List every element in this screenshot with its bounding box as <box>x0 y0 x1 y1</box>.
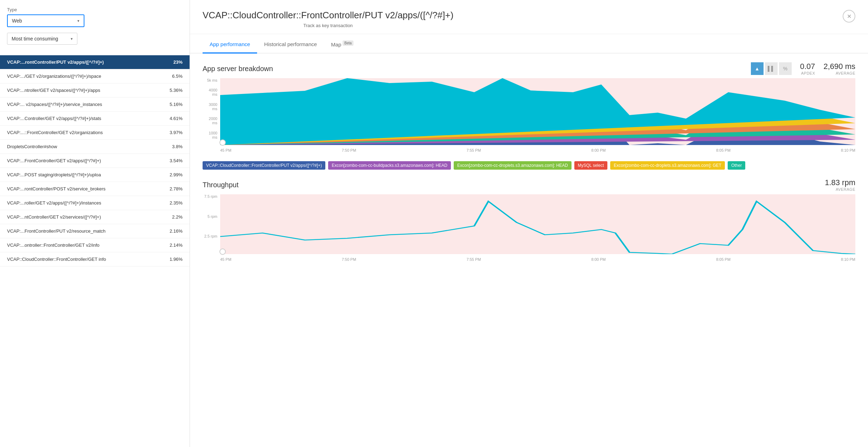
tab-map[interactable]: MapBeta <box>324 37 360 53</box>
tx-pct: 2.78% <box>170 186 183 191</box>
legend-item: Excon[zombo-com-cc-droplets.s3.amazonaws… <box>454 161 572 170</box>
legend-item: Other <box>728 161 745 170</box>
transaction-item[interactable]: VCAP:...ntroller/GET v2/spaces/([^/?#]+)… <box>0 83 190 97</box>
tx-pct: 2.35% <box>170 200 183 206</box>
tx-name: VCAP:...FrontController/GET v2/apps/([^/… <box>7 158 166 163</box>
transaction-item[interactable]: VCAP:...POST staging/droplets/([^/?#]+)/… <box>0 168 190 182</box>
type-select[interactable]: Web ▾ <box>7 14 84 27</box>
throughput-chart: 7.5 rpm5 rpm2.5 rpm 45 PM7:50 PM7:55 PM8… <box>203 194 855 265</box>
transaction-item[interactable]: VCAP:...FrontController/PUT v2/resource_… <box>0 224 190 238</box>
tx-name: VCAP:...FrontController/PUT v2/resource_… <box>7 228 166 234</box>
transaction-item[interactable]: DropletsController#show3.8% <box>0 140 190 154</box>
legend: VCAP::CloudController::FrontController/P… <box>203 161 855 170</box>
transaction-list: VCAP:...rontController/PUT v2/apps/([^/?… <box>0 55 190 266</box>
chart-area-icon[interactable]: ▲ <box>751 62 764 75</box>
tx-name: VCAP::CloudController::FrontController/G… <box>7 257 166 262</box>
average-value: 2,690 ms <box>824 62 856 71</box>
x-axis-label: 8:00 PM <box>591 148 606 152</box>
throughput-svg <box>220 194 855 254</box>
legend-item: Excon[zombo-com-cc-droplets.s3.amazonaws… <box>610 161 725 170</box>
x-axis: 45 PM7:50 PM7:55 PM8:00 PM8:05 PM8:10 PM <box>220 145 855 156</box>
average-block: 2,690 ms AVERAGE <box>824 62 856 75</box>
tx-name: VCAP:...roller/GET v2/apps/([^/?#]+)/ins… <box>7 200 166 206</box>
transaction-item[interactable]: VCAP:...ntController/GET v2/services/([^… <box>0 210 190 224</box>
throughput-metric: 1.83 rpm AVERAGE <box>825 178 855 191</box>
tx-pct: 5.16% <box>170 102 183 107</box>
transaction-item[interactable]: VCAP::CloudController::FrontController/G… <box>0 252 190 266</box>
y-axis-label: 1000 ms <box>203 131 219 139</box>
y-axis-label: 3000 ms <box>203 102 219 111</box>
transaction-item[interactable]: VCAP:... v2/spaces/([^/?#]+)/service_ins… <box>0 97 190 112</box>
apdex-value: 0.07 <box>800 62 815 71</box>
content-area: App server breakdown ▲ ▌▌ % 0.07 APDEX 2… <box>190 53 868 447</box>
throughput-x-label: 8:00 PM <box>591 257 606 262</box>
tx-pct: 2.16% <box>170 228 183 234</box>
transaction-item[interactable]: VCAP:...::FrontController/GET v2/organiz… <box>0 126 190 140</box>
transaction-item[interactable]: VCAP:...rontController/POST v2/service_b… <box>0 182 190 196</box>
transaction-item[interactable]: VCAP:...roller/GET v2/apps/([^/?#]+)/ins… <box>0 196 190 210</box>
throughput-title: Throughput <box>203 181 238 189</box>
breakdown-chart: 5k ms4000 ms3000 ms2000 ms1000 ms 45 PM7… <box>203 78 855 156</box>
throughput-x-label: 8:10 PM <box>841 257 855 262</box>
sort-select-chevron: ▾ <box>71 37 73 41</box>
tab-app-performance[interactable]: App performance <box>203 37 257 53</box>
tx-name: VCAP:...rontController/PUT v2/apps/([^/?… <box>7 59 170 65</box>
chart-pct-icon[interactable]: % <box>779 62 792 75</box>
type-label: Type <box>7 7 183 12</box>
throughput-x-label: 8:05 PM <box>716 257 730 262</box>
filter-section: Type Web ▾ Most time consuming ▾ <box>0 7 190 52</box>
throughput-value: 1.83 rpm <box>825 178 855 187</box>
legend-item: VCAP::CloudController::FrontController/P… <box>203 161 325 170</box>
left-panel: Type Web ▾ Most time consuming ▾ VCAP:..… <box>0 0 190 447</box>
legend-item: Excon[zombo-com-cc-buildpacks.s3.amazona… <box>328 161 451 170</box>
tab-historical-performance[interactable]: Historical performance <box>257 37 324 53</box>
transaction-item[interactable]: VCAP:...FrontController/GET v2/apps/([^/… <box>0 154 190 168</box>
type-select-chevron: ▾ <box>77 19 79 23</box>
throughput-line <box>220 201 855 254</box>
throughput-y-label: 5 rpm <box>203 214 219 219</box>
tx-pct: 3.97% <box>170 130 183 135</box>
close-button[interactable]: ✕ <box>843 10 855 23</box>
beta-badge: Beta <box>343 40 353 46</box>
throughput-x-label: 45 PM <box>220 257 231 262</box>
chart-bar-icon[interactable]: ▌▌ <box>765 62 778 75</box>
tx-pct: 2.99% <box>170 172 183 177</box>
tx-name: VCAP:...ontroller::FrontController/GET v… <box>7 243 166 248</box>
tx-pct: 1.96% <box>170 257 183 262</box>
transaction-item[interactable]: VCAP:.../GET v2/organizations/([^/?#]+)/… <box>0 69 190 83</box>
type-select-value: Web <box>12 18 22 24</box>
tx-pct: 23% <box>173 59 183 65</box>
tx-pct: 3.8% <box>172 144 183 149</box>
transaction-item[interactable]: VCAP:...rontController/PUT v2/apps/([^/?… <box>0 55 190 69</box>
tx-name: VCAP:...::FrontController/GET v2/organiz… <box>7 130 166 135</box>
track-link[interactable]: Track as key transaction <box>203 23 453 28</box>
transaction-item[interactable]: VCAP:...Controller/GET v2/apps/([^/?#]+)… <box>0 112 190 126</box>
throughput-y-label: 7.5 rpm <box>203 194 219 199</box>
throughput-x-label: 7:55 PM <box>466 257 481 262</box>
panel-title: VCAP::CloudController::FrontController/P… <box>203 10 453 21</box>
legend-item: MySQL select <box>574 161 607 170</box>
tx-name: VCAP:...rontController/POST v2/service_b… <box>7 186 166 191</box>
tx-name: VCAP:.../GET v2/organizations/([^/?#]+)/… <box>7 74 168 79</box>
y-axis-label: 2000 ms <box>203 117 219 125</box>
breakdown-title: App server breakdown <box>203 65 273 73</box>
y-axis: 5k ms4000 ms3000 ms2000 ms1000 ms <box>203 78 219 145</box>
tx-pct: 3.54% <box>170 158 183 163</box>
breakdown-svg <box>220 78 855 145</box>
y-axis-label: 5k ms <box>203 78 219 82</box>
y-axis-label: 4000 ms <box>203 88 219 96</box>
x-axis-label: 7:55 PM <box>466 148 481 152</box>
sort-select[interactable]: Most time consuming ▾ <box>7 33 77 45</box>
throughput-y-label: 2.5 rpm <box>203 234 219 238</box>
throughput-header: Throughput 1.83 rpm AVERAGE <box>203 178 855 191</box>
x-axis-label: 8:05 PM <box>716 148 730 152</box>
average-label: AVERAGE <box>824 71 856 75</box>
transaction-item[interactable]: VCAP:...ontroller::FrontController/GET v… <box>0 238 190 252</box>
tx-pct: 6.5% <box>172 74 183 79</box>
x-axis-label: 7:50 PM <box>342 148 356 152</box>
tx-name: VCAP:... v2/spaces/([^/?#]+)/service_ins… <box>7 102 166 107</box>
tx-pct: 5.36% <box>170 88 183 93</box>
apdex-block: 0.07 APDEX <box>800 62 815 75</box>
tx-name: VCAP:...ntController/GET v2/services/([^… <box>7 214 168 220</box>
panel-header: VCAP::CloudController::FrontController/P… <box>190 0 868 34</box>
